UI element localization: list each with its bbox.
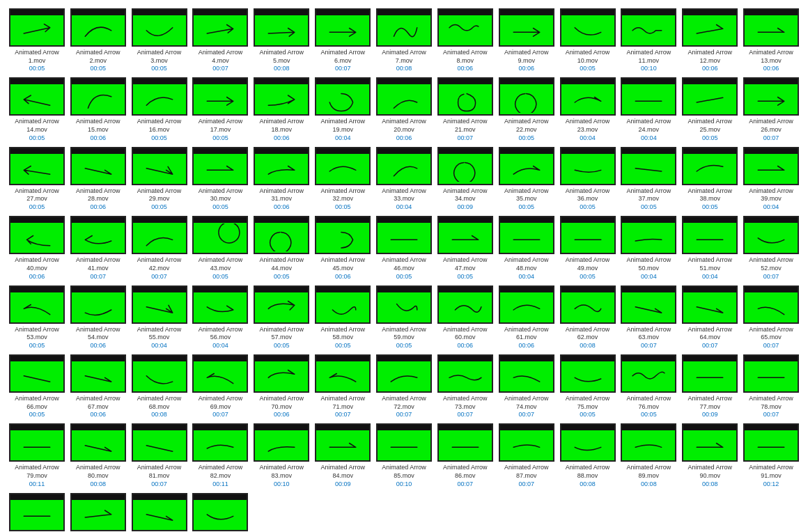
list-item[interactable]: Animated Arrow 13.mov00:06 [741,7,801,73]
list-item[interactable]: Animated Arrow 9.mov00:06 [497,7,557,73]
list-item[interactable]: Animated Arrow 77.mov00:09 [680,353,740,419]
list-item[interactable]: Animated Arrow 38.mov00:05 [680,146,740,212]
list-item[interactable]: Animated Arrow 48.mov00:04 [497,214,557,281]
list-item[interactable]: Animated Arrow 78.mov00:07 [741,353,801,419]
list-item[interactable]: Animated Arrow 81.mov00:07 [130,422,189,488]
list-item[interactable]: Animated Arrow 43.mov00:05 [191,214,251,281]
list-item[interactable]: Animated Arrow 54.mov00:06 [68,284,128,350]
list-item[interactable]: Animated Arrow 7.mov00:08 [374,7,434,73]
list-item[interactable]: Animated Arrow 41.mov00:07 [68,214,128,281]
list-item[interactable]: Animated Arrow 63.mov00:07 [619,284,678,350]
list-item[interactable]: Animated Arrow 69.mov00:07 [191,353,251,419]
list-item[interactable]: Animated Arrow 12.mov00:06 [680,7,740,73]
list-item[interactable]: Animated Arrow 59.mov00:05 [374,284,434,350]
list-item[interactable]: Animated Arrow 73.mov00:07 [435,353,495,419]
list-item[interactable]: Animated Arrow 39.mov00:04 [741,146,801,212]
list-item[interactable]: Animated Arrow 18.mov00:06 [251,76,311,142]
list-item[interactable]: Animated Arrow 42.mov00:07 [130,214,189,281]
list-item[interactable]: Animated Arrow 72.mov00:07 [374,353,434,419]
list-item[interactable]: Animated Arrow 56.mov00:04 [191,284,251,350]
list-item[interactable]: Animated Arrow 82.mov00:11 [191,422,251,488]
list-item[interactable]: Animated Arrow 10.mov00:05 [558,7,618,73]
list-item[interactable]: Animated Arrow 95.mov00:08 [191,492,251,532]
list-item[interactable]: Animated Arrow 75.mov00:05 [558,353,618,419]
list-item[interactable]: Animated Arrow 32.mov00:05 [313,146,373,212]
list-item[interactable]: Animated Arrow 61.mov00:06 [497,284,557,350]
list-item[interactable]: Animated Arrow 4.mov00:07 [191,7,251,73]
list-item[interactable]: Animated Arrow 57.mov00:05 [251,284,311,350]
list-item[interactable]: Animated Arrow 1.mov00:05 [7,7,67,73]
list-item[interactable]: Animated Arrow 34.mov00:09 [435,146,495,212]
list-item[interactable]: Animated Arrow 62.mov00:08 [558,284,618,350]
list-item[interactable]: Animated Arrow 71.mov00:07 [313,353,373,419]
list-item[interactable]: Animated Arrow 53.mov00:05 [7,284,67,350]
list-item[interactable]: Animated Arrow 46.mov00:05 [374,214,434,281]
list-item[interactable]: Animated Arrow 55.mov00:04 [130,284,189,350]
thumbnail [132,216,187,254]
list-item[interactable]: Animated Arrow 83.mov00:10 [251,422,311,488]
list-item[interactable]: Animated Arrow 58.mov00:05 [313,284,373,350]
list-item[interactable]: Animated Arrow 21.mov00:07 [435,76,495,142]
list-item[interactable]: Animated Arrow 86.mov00:07 [435,422,495,488]
list-item[interactable]: Animated Arrow 37.mov00:05 [619,146,678,212]
list-item[interactable]: Animated Arrow 11.mov00:10 [619,7,678,73]
list-item[interactable]: Animated Arrow 17.mov00:05 [191,76,251,142]
list-item[interactable]: Animated Arrow 8.mov00:06 [435,7,495,73]
list-item[interactable]: Animated Arrow 26.mov00:07 [741,76,801,142]
list-item[interactable]: Animated Arrow 87.mov00:07 [497,422,557,488]
list-item[interactable]: Animated Arrow 90.mov00:08 [680,422,740,488]
list-item[interactable]: Animated Arrow 40.mov00:06 [7,214,67,281]
list-item[interactable]: Animated Arrow 15.mov00:06 [68,76,128,142]
list-item[interactable]: Animated Arrow 31.mov00:06 [251,146,311,212]
list-item[interactable]: Animated Arrow 14.mov00:05 [7,76,67,142]
list-item[interactable]: Animated Arrow 84.mov00:09 [313,422,373,488]
list-item[interactable]: Animated Arrow 45.mov00:06 [313,214,373,281]
list-item[interactable]: Animated Arrow 49.mov00:05 [558,214,618,281]
list-item[interactable]: Animated Arrow 3.mov00:05 [130,7,189,73]
list-item[interactable]: Animated Arrow 60.mov00:06 [435,284,495,350]
list-item[interactable]: Animated Arrow 33.mov00:04 [374,146,434,212]
list-item[interactable]: Animated Arrow 6.mov00:07 [313,7,373,73]
list-item[interactable]: Animated Arrow 19.mov00:04 [313,76,373,142]
list-item[interactable]: Animated Arrow 5.mov00:08 [251,7,311,73]
item-duration: 00:06 [274,411,290,418]
list-item[interactable]: Animated Arrow 68.mov00:08 [130,353,189,419]
list-item[interactable]: Animated Arrow 52.mov00:07 [741,214,801,281]
list-item[interactable]: Animated Arrow 50.mov00:04 [619,214,678,281]
list-item[interactable]: Animated Arrow 64.mov00:07 [680,284,740,350]
list-item[interactable]: Animated Arrow 70.mov00:06 [251,353,311,419]
list-item[interactable]: Animated Arrow 85.mov00:10 [374,422,434,488]
item-title: Animated Arrow 7.mov [382,49,426,65]
list-item[interactable]: Animated Arrow 28.mov00:06 [68,146,128,212]
list-item[interactable]: Animated Arrow 25.mov00:05 [680,76,740,142]
list-item[interactable]: Animated Arrow 80.mov00:08 [68,422,128,488]
list-item[interactable]: Animated Arrow 36.mov00:05 [558,146,618,212]
list-item[interactable]: Animated Arrow 16.mov00:05 [130,76,189,142]
list-item[interactable]: Animated Arrow 47.mov00:05 [435,214,495,281]
list-item[interactable]: Animated Arrow 23.mov00:04 [558,76,618,142]
list-item[interactable]: Animated Arrow 22.mov00:05 [497,76,557,142]
list-item[interactable]: Animated Arrow 24.mov00:04 [619,76,678,142]
list-item[interactable]: Animated Arrow 67.mov00:06 [68,353,128,419]
list-item[interactable]: Animated Arrow 44.mov00:05 [251,214,311,281]
list-item[interactable]: Animated Arrow 92.mov00:08 [7,492,67,532]
item-title: Animated Arrow 26.mov [749,118,793,134]
list-item[interactable]: Animated Arrow 88.mov00:08 [558,422,618,488]
list-item[interactable]: Animated Arrow 91.mov00:12 [741,422,801,488]
list-item[interactable]: Animated Arrow 74.mov00:07 [497,353,557,419]
list-item[interactable]: Animated Arrow 35.mov00:05 [497,146,557,212]
list-item[interactable]: Animated Arrow 29.mov00:05 [130,146,189,212]
list-item[interactable]: Animated Arrow 79.mov00:11 [7,422,67,488]
list-item[interactable]: Animated Arrow 2.mov00:05 [68,7,128,73]
list-item[interactable]: Animated Arrow 66.mov00:05 [7,353,67,419]
list-item[interactable]: Animated Arrow 51.mov00:04 [680,214,740,281]
list-item[interactable]: Animated Arrow 20.mov00:06 [374,76,434,142]
list-item[interactable]: Animated Arrow 30.mov00:05 [191,146,251,212]
list-item[interactable]: Animated Arrow 27.mov00:05 [7,146,67,212]
list-item[interactable]: Animated Arrow 65.mov00:07 [741,284,801,350]
list-item[interactable]: Animated Arrow 89.mov00:08 [619,422,678,488]
list-item[interactable]: Animated Arrow 76.mov00:05 [619,353,678,419]
item-duration: 00:05 [396,273,412,280]
list-item[interactable]: Animated Arrow 94.mov00:08 [130,492,189,532]
list-item[interactable]: Animated Arrow 93.mov00:09 [68,492,128,532]
